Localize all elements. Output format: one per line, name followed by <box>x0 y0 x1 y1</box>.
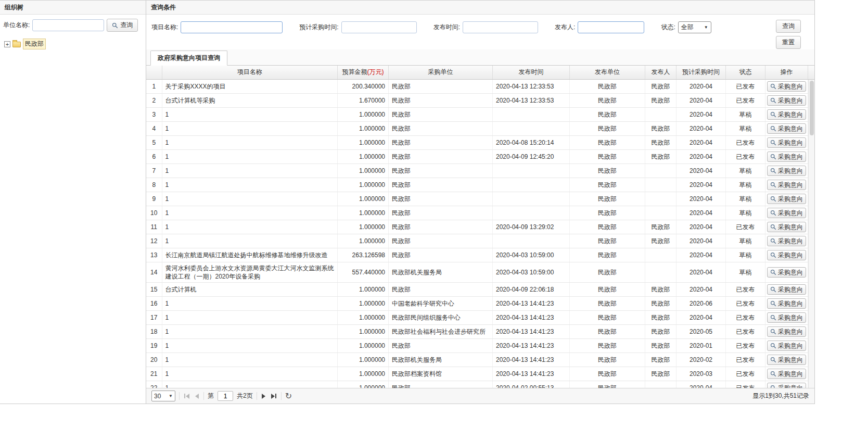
cell-unit: 民政部 <box>389 283 493 297</box>
procurement-intention-button[interactable]: 采购意向 <box>767 355 806 365</box>
cell-publisher <box>645 192 676 206</box>
table-row[interactable]: 15台式计算机1.000000民政部2020-04-09 22:06:18民政部… <box>146 283 808 297</box>
column-header-pubtime[interactable]: 发布时间 <box>493 66 570 79</box>
procurement-intention-button[interactable]: 采购意向 <box>767 298 806 309</box>
table-row[interactable]: 711.000000民政部民政部2020-04草稿采购意向 <box>146 164 808 178</box>
table-row[interactable]: 611.000000民政部2020-04-09 12:45:20民政部民政部20… <box>146 150 808 164</box>
column-header-no[interactable] <box>146 66 162 79</box>
table-row[interactable]: 14黄河水利委员会上游水文水资源局黄委大江大河水文监测系统建设工程（一期）202… <box>146 262 808 283</box>
column-header-publisher[interactable]: 发布人 <box>645 66 676 79</box>
cell-plantime: 2020-04 <box>676 206 726 220</box>
cell-unit: 民政部 <box>389 80 493 94</box>
table-row[interactable]: 2111.000000民政部档案资料馆2020-04-13 14:41:23民政… <box>146 367 808 381</box>
table-row[interactable]: 2台式计算机等采购1.670000民政部2020-04-13 12:33:53民… <box>146 94 808 108</box>
publisher-input[interactable] <box>578 21 644 33</box>
table-row[interactable]: 1811.000000民政部社会福利与社会进步研究所2020-04-13 14:… <box>146 325 808 339</box>
project-name-input[interactable] <box>181 21 283 33</box>
procurement-intention-button[interactable]: 采购意向 <box>767 194 806 204</box>
org-search-button[interactable]: 查询 <box>107 19 138 32</box>
table-row[interactable]: 1611.000000中国老龄科学研究中心2020-04-13 14:41:23… <box>146 297 808 311</box>
procurement-intention-button[interactable]: 采购意向 <box>767 109 806 120</box>
procurement-intention-button[interactable]: 采购意向 <box>767 326 806 337</box>
table-row[interactable]: 1211.000000民政部民政部民政部2020-04草稿采购意向 <box>146 234 808 248</box>
table-row[interactable]: 1911.000000民政部2020-04-13 14:41:23民政部民政部2… <box>146 339 808 353</box>
procurement-intention-button[interactable]: 采购意向 <box>767 222 806 232</box>
page-prefix: 第 <box>208 392 214 400</box>
cell-unit: 民政部 <box>389 108 493 122</box>
cell-name: 黄河水利委员会上游水文水资源局黄委大江大河水文监测系统建设工程（一期）2020年… <box>162 262 338 283</box>
column-header-name[interactable]: 项目名称 <box>162 66 338 79</box>
table-row[interactable]: 1关于采购XXXX的项目200.340000民政部2020-04-13 12:3… <box>146 80 808 94</box>
procurement-intention-button[interactable]: 采购意向 <box>767 341 806 351</box>
procurement-intention-button[interactable]: 采购意向 <box>767 267 806 278</box>
tree-expand-icon[interactable]: + <box>4 41 10 47</box>
cell-no: 4 <box>146 122 162 136</box>
cell-status: 已发布 <box>726 297 765 311</box>
table-row[interactable]: 13长江南京航道局镇江航道处扬中航标维修基地维修升级改造263.126598民政… <box>146 248 808 262</box>
status-select[interactable]: 全部 ▼ <box>678 21 711 33</box>
table-row[interactable]: 1711.000000民政部民间组织服务中心2020-04-13 14:41:2… <box>146 311 808 325</box>
cell-plantime: 2020-04 <box>676 122 726 136</box>
cell-name: 1 <box>162 311 338 325</box>
pagination-bar: 30 ▼ 第 共2页 ↻ 显示1到30,共51记录 <box>146 388 814 404</box>
table-row[interactable]: 1111.000000民政部2020-04-09 13:29:02民政部民政部2… <box>146 220 808 234</box>
procurement-intention-button[interactable]: 采购意向 <box>767 123 806 134</box>
procurement-intention-button[interactable]: 采购意向 <box>767 383 806 388</box>
dropdown-arrow-icon: ▼ <box>169 394 173 398</box>
refresh-icon[interactable]: ↻ <box>285 392 292 400</box>
query-button[interactable]: 查询 <box>776 20 801 33</box>
cell-budget: 1.000000 <box>338 283 389 297</box>
tree-node-label[interactable]: 民政部 <box>23 39 46 49</box>
prev-page-button[interactable] <box>194 393 200 400</box>
column-header-unit[interactable]: 采购单位 <box>389 66 493 79</box>
table-row[interactable]: 311.000000民政部民政部2020-04草稿采购意向 <box>146 108 808 122</box>
column-header-pubunit[interactable]: 发布单位 <box>570 66 645 79</box>
reset-button[interactable]: 重置 <box>776 36 801 49</box>
procurement-intention-button[interactable]: 采购意向 <box>767 208 806 218</box>
cell-pubunit: 民政部 <box>570 353 645 367</box>
column-header-action[interactable]: 操作 <box>765 66 808 79</box>
table-row[interactable]: 511.000000民政部2020-04-08 15:20:14民政部民政部20… <box>146 136 808 150</box>
first-page-button[interactable] <box>183 393 190 400</box>
table-row[interactable]: 2211.000000民政部2020-04-02 00:55:13民政部2020… <box>146 381 808 388</box>
cell-name: 台式计算机等采购 <box>162 94 338 108</box>
table-row[interactable]: 911.000000民政部民政部2020-04草稿采购意向 <box>146 192 808 206</box>
tab-procurement-intention-query[interactable]: 政府采购意向项目查询 <box>150 51 227 66</box>
cell-pubunit: 民政部 <box>570 94 645 108</box>
column-header-budget[interactable]: 预算金额(万元) <box>338 66 389 79</box>
magnifier-icon <box>770 182 776 188</box>
procurement-intention-button[interactable]: 采购意向 <box>767 81 806 92</box>
page-size-select[interactable]: 30 ▼ <box>151 391 175 401</box>
next-page-button[interactable] <box>261 393 266 400</box>
procurement-intention-button[interactable]: 采购意向 <box>767 312 806 323</box>
cell-status: 已发布 <box>726 353 765 367</box>
cell-no: 20 <box>146 353 162 367</box>
cell-budget: 1.000000 <box>338 136 389 150</box>
procurement-intention-button[interactable]: 采购意向 <box>767 152 806 162</box>
table-row[interactable]: 2011.000000民政部机关服务局2020-04-13 14:41:23民政… <box>146 353 808 367</box>
table-row[interactable]: 411.000000民政部民政部民政部2020-04草稿采购意向 <box>146 122 808 136</box>
cell-action: 采购意向 <box>765 262 808 283</box>
procurement-intention-button[interactable]: 采购意向 <box>767 236 806 246</box>
column-header-plantime[interactable]: 预计采购时间 <box>676 66 726 79</box>
procurement-intention-button[interactable]: 采购意向 <box>767 250 806 260</box>
unit-name-input[interactable] <box>32 19 104 31</box>
procurement-intention-button[interactable]: 采购意向 <box>767 166 806 176</box>
cell-publisher: 民政部 <box>645 94 676 108</box>
procurement-intention-button[interactable]: 采购意向 <box>767 95 806 106</box>
publish-time-input[interactable] <box>463 21 538 33</box>
vertical-scrollbar[interactable] <box>808 80 814 388</box>
cell-budget: 1.000000 <box>338 339 389 353</box>
table-row[interactable]: 1011.000000民政部民政部2020-04草稿采购意向 <box>146 206 808 220</box>
page-number-input[interactable] <box>218 391 233 401</box>
expected-purchase-time-input[interactable] <box>341 21 417 33</box>
procurement-intention-button[interactable]: 采购意向 <box>767 137 806 148</box>
procurement-intention-button[interactable]: 采购意向 <box>767 369 806 379</box>
table-row[interactable]: 811.000000民政部民政部2020-04草稿采购意向 <box>146 178 808 192</box>
procurement-intention-button[interactable]: 采购意向 <box>767 180 806 190</box>
last-page-button[interactable] <box>270 393 277 400</box>
procurement-intention-button[interactable]: 采购意向 <box>767 284 806 295</box>
scrollbar-thumb[interactable] <box>810 81 814 135</box>
cell-pubunit: 民政部 <box>570 122 645 136</box>
column-header-status[interactable]: 状态 <box>726 66 765 79</box>
